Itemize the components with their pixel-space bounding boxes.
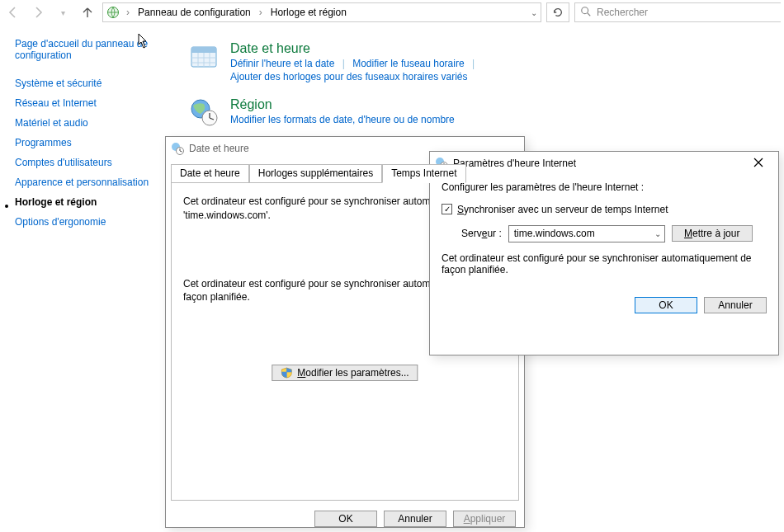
- sidebar-item-accounts[interactable]: Comptes d'utilisateurs: [15, 157, 161, 168]
- link-set-time[interactable]: Définir l'heure et la date: [230, 58, 334, 69]
- sidebar-item-appearance[interactable]: Apparence et personnalisation: [15, 177, 161, 188]
- nav-recent-icon[interactable]: ▾: [53, 2, 73, 22]
- globe-clock-icon: [189, 97, 219, 127]
- intro-text: Configurer les paramètres de l'heure Int…: [442, 181, 767, 193]
- control-panel-icon: [106, 6, 120, 19]
- search-icon: [580, 6, 592, 20]
- nav-back-icon[interactable]: [3, 2, 23, 22]
- apply-button[interactable]: Appliquer: [453, 511, 516, 527]
- sidebar-item-network[interactable]: Réseau et Internet: [15, 97, 161, 109]
- dialog-internet-time-settings: Paramètres d'heure Internet Configurer l…: [429, 151, 779, 355]
- uac-shield-icon: [281, 367, 292, 379]
- modify-settings-label: MModifier les paramètres...odifier les p…: [297, 367, 409, 379]
- chevron-down-icon: ⌄: [654, 229, 661, 238]
- sync-checkbox[interactable]: ✓ Synchroniser avec un serveur de temps …: [442, 204, 668, 215]
- link-add-clocks[interactable]: Ajouter des horloges pour des fuseaux ho…: [230, 71, 468, 82]
- active-bullet-icon: [5, 205, 8, 208]
- sidebar-item-programs[interactable]: Programmes: [15, 137, 161, 148]
- nav-up-icon[interactable]: [78, 2, 97, 22]
- server-label: Serveur :: [461, 228, 502, 239]
- svg-line-2: [588, 12, 591, 16]
- server-value: time.windows.com: [514, 228, 595, 239]
- breadcrumb-item[interactable]: Horloge et région: [269, 7, 348, 18]
- modify-settings-button[interactable]: MModifier les paramètres...odifier les p…: [272, 365, 418, 381]
- server-combobox[interactable]: time.windows.com ⌄: [508, 225, 665, 242]
- link-change-tz[interactable]: Modifier le fuseau horaire: [352, 58, 464, 69]
- sync-checkbox-label: Synchroniser avec un serveur de temps In…: [457, 204, 668, 215]
- search-placeholder: Rechercher: [597, 7, 648, 18]
- address-dropdown-icon[interactable]: ⌄: [531, 8, 537, 17]
- ok-button[interactable]: OK: [635, 297, 697, 313]
- sidebar-item-hardware[interactable]: Matériel et audio: [15, 117, 161, 129]
- link-separator: |: [467, 58, 479, 69]
- dialog-title: Paramètres d'heure Internet: [453, 158, 576, 169]
- schedule-note: Cet ordinateur est configuré pour se syn…: [442, 252, 767, 275]
- sidebar-item-system[interactable]: Système et sécurité: [15, 78, 161, 89]
- link-change-formats[interactable]: Modifier les formats de date, d'heure ou…: [230, 114, 455, 125]
- calendar-icon: [189, 41, 219, 71]
- refresh-button[interactable]: [546, 2, 569, 22]
- category-datetime-title[interactable]: Date et heure: [230, 41, 479, 56]
- svg-rect-4: [191, 47, 216, 53]
- link-separator: |: [338, 58, 350, 69]
- sidebar-item-clock-region[interactable]: Horloge et région: [15, 196, 97, 208]
- chevron-right-icon: ›: [125, 7, 131, 18]
- cancel-button[interactable]: Annuler: [704, 297, 767, 313]
- chevron-right-icon: ›: [257, 7, 264, 18]
- clock-globe-icon: [171, 142, 184, 155]
- tab-internet-time[interactable]: Temps Internet: [382, 164, 465, 183]
- tab-extra-clocks[interactable]: Horloges supplémentaires: [249, 164, 382, 183]
- tab-date-time[interactable]: Date et heure: [171, 164, 249, 183]
- dialog-title: Date et heure: [189, 143, 249, 154]
- close-button[interactable]: [744, 157, 773, 170]
- checkbox-icon: ✓: [442, 204, 452, 214]
- address-bar[interactable]: › Panneau de configuration › Horloge et …: [102, 2, 541, 22]
- sidebar-item-ease[interactable]: Options d'ergonomie: [15, 216, 161, 228]
- cancel-button[interactable]: Annuler: [384, 511, 446, 527]
- nav-forward-icon[interactable]: [28, 2, 48, 22]
- category-region-title[interactable]: Région: [230, 97, 455, 112]
- update-now-button[interactable]: Mettre à jour: [672, 225, 753, 242]
- svg-point-1: [582, 7, 588, 13]
- search-input[interactable]: Rechercher: [574, 2, 781, 22]
- breadcrumb-item[interactable]: Panneau de configuration: [136, 7, 253, 18]
- ok-button[interactable]: OK: [314, 511, 377, 527]
- sidebar-home-link[interactable]: Page d'accueil du panneau de configurati…: [15, 38, 161, 61]
